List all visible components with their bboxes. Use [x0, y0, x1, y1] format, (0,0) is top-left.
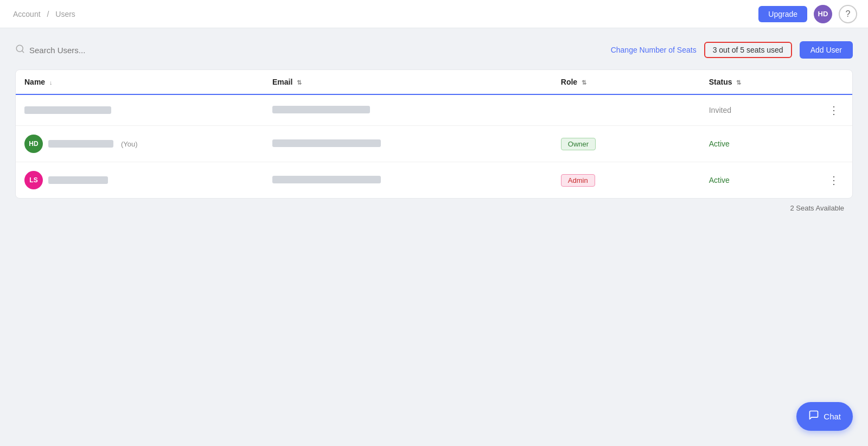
- name-cell: HD(You): [24, 135, 255, 153]
- search-input[interactable]: [29, 46, 181, 55]
- search-icon: [15, 44, 25, 56]
- col-header-role[interactable]: Role ⇅: [552, 70, 700, 94]
- col-header-email[interactable]: Email ⇅: [264, 70, 552, 94]
- users-table: Name ↓ Email ⇅ Role ⇅ Status ⇅: [16, 70, 852, 198]
- seats-badge: 3 out of 5 seats used: [704, 42, 792, 58]
- top-bar-right: Upgrade HD ?: [758, 5, 857, 23]
- email-sort-icon: ⇅: [297, 79, 302, 86]
- breadcrumb-users: Users: [55, 10, 75, 18]
- chat-button[interactable]: Chat: [796, 402, 853, 431]
- breadcrumb-account: Account: [13, 10, 41, 18]
- help-icon[interactable]: ?: [839, 5, 857, 23]
- status-badge: Invited: [709, 106, 731, 114]
- avatar[interactable]: HD: [814, 5, 832, 23]
- top-bar: Account / Users Upgrade HD ?: [0, 0, 868, 28]
- role-badge: Owner: [561, 138, 596, 150]
- table-row: HD(You)OwnerActive: [16, 126, 852, 162]
- actions-row: Change Number of Seats 3 out of 5 seats …: [15, 41, 853, 59]
- name-sort-icon: ↓: [49, 79, 53, 86]
- name-cell: LS: [24, 171, 255, 189]
- users-table-container: Name ↓ Email ⇅ Role ⇅ Status ⇅: [15, 69, 853, 199]
- role-badge: Admin: [561, 174, 595, 187]
- chat-label: Chat: [824, 412, 841, 421]
- name-blurred: [48, 140, 113, 148]
- row-menu-button[interactable]: ⋮: [824, 102, 844, 118]
- table-header-row: Name ↓ Email ⇅ Role ⇅ Status ⇅: [16, 70, 852, 94]
- breadcrumb-sep: /: [47, 10, 49, 18]
- col-header-action: [815, 70, 852, 94]
- main-content: Change Number of Seats 3 out of 5 seats …: [0, 28, 868, 225]
- status-sort-icon: ⇅: [736, 79, 741, 86]
- name-blurred: [48, 176, 108, 184]
- status-badge: Active: [709, 139, 730, 148]
- col-header-status[interactable]: Status ⇅: [700, 70, 815, 94]
- email-blurred: [272, 106, 370, 113]
- role-sort-icon: ⇅: [582, 79, 586, 86]
- upgrade-button[interactable]: Upgrade: [758, 6, 807, 22]
- name-blurred: [24, 106, 111, 114]
- search-wrap: [15, 44, 611, 56]
- seats-available: 2 Seats Available: [15, 199, 853, 212]
- name-cell: [24, 106, 255, 114]
- row-menu-button[interactable]: ⋮: [824, 172, 844, 188]
- table-row: Invited⋮: [16, 94, 852, 126]
- breadcrumb: Account / Users: [11, 10, 78, 18]
- change-seats-link[interactable]: Change Number of Seats: [611, 46, 697, 54]
- actions-right: Change Number of Seats 3 out of 5 seats …: [611, 41, 853, 59]
- email-blurred: [272, 139, 381, 147]
- you-label: (You): [121, 140, 138, 148]
- svg-line-1: [22, 50, 23, 52]
- user-avatar: LS: [24, 171, 43, 189]
- chat-icon: [808, 410, 819, 423]
- status-badge: Active: [709, 176, 730, 184]
- table-row: LSAdminActive⋮: [16, 162, 852, 199]
- col-header-name[interactable]: Name ↓: [16, 70, 264, 94]
- user-avatar: HD: [24, 135, 43, 153]
- email-blurred: [272, 176, 381, 183]
- add-user-button[interactable]: Add User: [800, 41, 853, 59]
